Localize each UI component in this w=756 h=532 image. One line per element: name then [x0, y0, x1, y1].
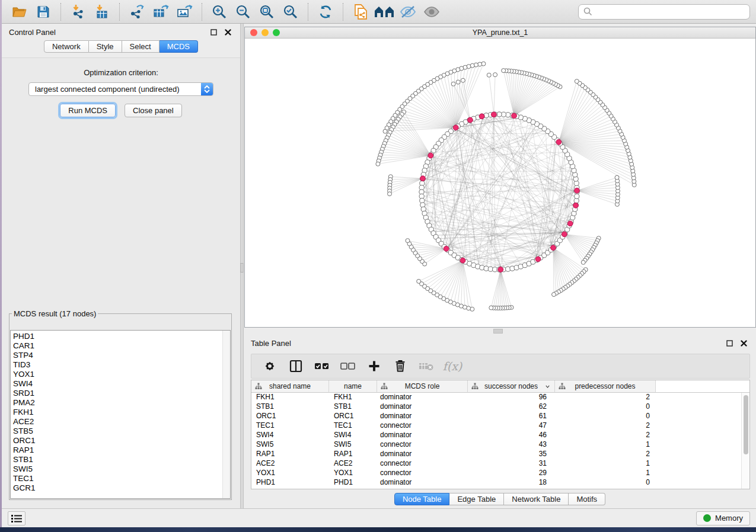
network-node[interactable]: [376, 162, 380, 166]
export-table-button[interactable]: [151, 2, 171, 21]
close-panel-action-button[interactable]: Close panel: [125, 104, 182, 117]
tab-motifs[interactable]: Motifs: [569, 493, 605, 505]
mcds-result-item[interactable]: SRD1: [13, 389, 230, 398]
cell[interactable]: PHD1: [251, 478, 329, 488]
cell[interactable]: 0: [555, 412, 656, 421]
column-settings-button[interactable]: [260, 356, 280, 376]
cell[interactable]: RAP1: [329, 450, 377, 459]
mcds-node[interactable]: [512, 113, 517, 118]
hide-all-columns-button[interactable]: [338, 356, 358, 376]
cell[interactable]: 2: [555, 450, 656, 459]
cell[interactable]: FKH1: [251, 393, 329, 402]
network-node[interactable]: [502, 69, 506, 73]
network-window-titlebar[interactable]: YPA_prune.txt_1: [245, 27, 755, 39]
mcds-node[interactable]: [491, 112, 496, 117]
import-table-button[interactable]: [92, 2, 112, 21]
minimize-window-icon[interactable]: [261, 29, 269, 36]
cell[interactable]: 2: [555, 393, 656, 402]
zoom-out-button[interactable]: [233, 2, 253, 21]
table-row[interactable]: FKH1FKH1dominator962: [251, 393, 749, 402]
cell[interactable]: dominator: [377, 402, 468, 412]
mcds-result-item[interactable]: STB1: [13, 455, 230, 464]
network-node[interactable]: [388, 192, 392, 196]
mcds-result-item[interactable]: YOX1: [13, 370, 230, 379]
mcds-result-item[interactable]: FKH1: [13, 408, 230, 417]
cell[interactable]: 0: [555, 402, 656, 412]
import-network-button[interactable]: [68, 2, 88, 21]
network-node[interactable]: [406, 239, 410, 243]
mcds-node[interactable]: [556, 139, 562, 145]
cell[interactable]: connector: [377, 469, 468, 478]
cell[interactable]: SWI5: [329, 440, 377, 450]
network-node[interactable]: [417, 279, 421, 283]
mcds-result-item[interactable]: STB5: [13, 427, 230, 436]
cell[interactable]: PHD1: [329, 478, 377, 488]
mcds-node[interactable]: [460, 258, 465, 263]
network-node[interactable]: [451, 82, 455, 86]
mcds-node[interactable]: [573, 203, 579, 208]
delete-table-button[interactable]: [416, 356, 436, 376]
mcds-node[interactable]: [567, 221, 573, 226]
export-network-button[interactable]: [127, 2, 147, 21]
mcds-result-item[interactable]: GCR1: [13, 483, 230, 493]
cell[interactable]: ACE2: [251, 459, 329, 469]
table-row[interactable]: PHD1PHD1dominator180: [251, 478, 749, 488]
create-column-button[interactable]: [364, 356, 384, 376]
table-row[interactable]: ACE2ACE2connector311: [251, 459, 749, 469]
hide-selection-button[interactable]: [398, 2, 418, 21]
close-panel-button[interactable]: [222, 27, 233, 37]
network-node[interactable]: [615, 175, 619, 180]
table-row[interactable]: YOX1YOX1connector291: [251, 469, 749, 478]
zoom-in-button[interactable]: [209, 2, 229, 21]
cell[interactable]: dominator: [377, 431, 468, 440]
mcds-result-item[interactable]: SWI4: [13, 379, 230, 389]
search-box[interactable]: [578, 4, 750, 20]
mcds-node[interactable]: [575, 188, 580, 193]
zoom-fit-button[interactable]: [257, 2, 277, 21]
mcds-result-item[interactable]: TEC1: [13, 474, 230, 483]
cell[interactable]: 2: [555, 431, 656, 440]
network-node[interactable]: [383, 129, 387, 133]
cell[interactable]: dominator: [377, 393, 468, 402]
cell[interactable]: connector: [377, 459, 468, 469]
horizontal-splitter[interactable]: [244, 328, 756, 335]
mcds-node[interactable]: [498, 267, 503, 273]
cell[interactable]: 31: [468, 459, 555, 469]
cell[interactable]: ORC1: [251, 412, 329, 421]
scrollbar-thumb[interactable]: [744, 395, 748, 454]
mcds-result-item[interactable]: CAR1: [13, 341, 230, 351]
new-network-from-selection-button[interactable]: [350, 2, 371, 21]
cell[interactable]: ORC1: [329, 412, 377, 421]
mcds-node[interactable]: [468, 117, 473, 123]
cell[interactable]: YOX1: [251, 469, 329, 478]
cell[interactable]: 61: [468, 412, 555, 421]
network-node[interactable]: [461, 78, 465, 82]
maximize-window-icon[interactable]: [273, 29, 280, 36]
column-header-MCDS-role[interactable]: MCDS role: [377, 380, 468, 393]
tab-style[interactable]: Style: [89, 40, 122, 53]
cell[interactable]: YOX1: [329, 469, 377, 478]
cell[interactable]: 62: [468, 402, 555, 412]
table-row[interactable]: SWI5SWI5connector431: [251, 440, 749, 450]
mcds-node[interactable]: [562, 232, 567, 237]
cell[interactable]: TEC1: [251, 421, 329, 431]
table-row[interactable]: TEC1TEC1connector472: [251, 421, 749, 431]
mcds-node[interactable]: [535, 257, 541, 262]
save-session-button[interactable]: [33, 2, 53, 21]
tab-network[interactable]: Network: [44, 40, 89, 53]
cell[interactable]: 35: [468, 450, 555, 459]
cell[interactable]: dominator: [377, 412, 468, 421]
tab-node-table[interactable]: Node Table: [394, 493, 450, 505]
cell[interactable]: 47: [468, 421, 555, 431]
network-canvas[interactable]: [245, 39, 755, 327]
delete-columns-button[interactable]: [390, 356, 410, 376]
mcds-result-list[interactable]: PHD1CAR1STP4TID3YOX1SWI4SRD1PMA2FKH1ACE2…: [10, 330, 231, 499]
first-neighbors-button[interactable]: [374, 2, 394, 21]
tab-mcds[interactable]: MCDS: [160, 40, 198, 53]
tab-edge-table[interactable]: Edge Table: [449, 493, 504, 505]
run-mcds-button[interactable]: Run MCDS: [60, 104, 116, 117]
mcds-node[interactable]: [444, 246, 449, 251]
close-window-icon[interactable]: [250, 29, 257, 36]
table-row[interactable]: STB1STB1dominator620: [251, 402, 749, 412]
network-node[interactable]: [575, 79, 579, 84]
